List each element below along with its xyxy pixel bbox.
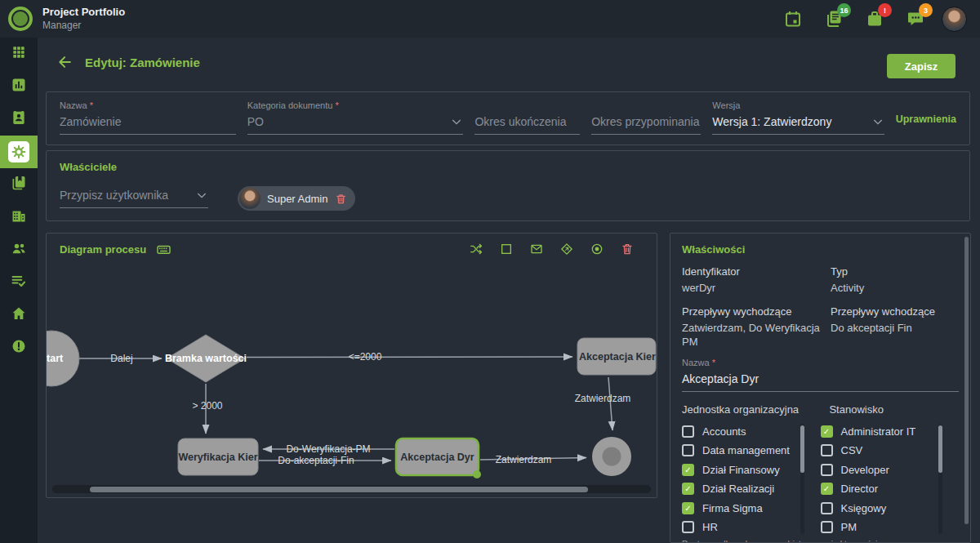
properties-scrollbar[interactable] — [964, 237, 969, 524]
edge-lte2000[interactable] — [247, 357, 572, 358]
back-arrow-icon[interactable] — [57, 54, 74, 70]
header-actions: 16!3 — [783, 9, 925, 29]
chevron-down-icon[interactable] — [450, 115, 463, 128]
name-value[interactable]: Zamówienie — [60, 115, 236, 135]
task-akceptacja-dyr-label: Akceptacja Dyr — [400, 452, 474, 463]
checkbox-unchecked[interactable] — [821, 502, 833, 514]
checkbox-checked[interactable]: ✓ — [821, 483, 833, 495]
org-unit-scrollbar[interactable] — [800, 424, 804, 534]
process-diagram-panel: Diagram procesu Start Bramka wartości Ak… — [46, 233, 657, 498]
save-button[interactable]: Zapisz — [887, 54, 956, 78]
selection-handle[interactable] — [473, 470, 481, 478]
sidebar-item-reports[interactable] — [0, 70, 38, 103]
position-option[interactable]: ✓Administrator IT — [821, 422, 944, 442]
checkbox-unchecked[interactable] — [821, 521, 833, 533]
position-option-label: Księgowy — [841, 502, 887, 514]
category-field[interactable]: Kategoria dokumentu * PO — [247, 100, 464, 135]
sidebar-item-apps[interactable] — [0, 38, 38, 70]
org-units-list: AccountsData management✓Dział Finansowy✓… — [682, 422, 805, 536]
version-select[interactable]: Wersja 1: Zatwierdzony — [712, 115, 884, 135]
alert-icon — [11, 338, 27, 358]
org-unit-option[interactable]: Accounts — [682, 422, 805, 442]
sidebar-item-settings[interactable] — [0, 136, 38, 168]
toolbar-envelope-icon[interactable] — [530, 243, 543, 256]
owner-avatar — [239, 188, 261, 209]
documents-icon[interactable]: 16 — [824, 9, 844, 29]
bpmn-canvas[interactable]: Start Bramka wartości Akceptacja Kier We… — [47, 234, 657, 498]
document-form-panel: Nazwa * Zamówienie Kategoria dokumentu *… — [46, 91, 970, 145]
user-avatar[interactable] — [942, 7, 967, 32]
org-unit-option[interactable]: ✓Dział Realizacji — [682, 479, 805, 499]
permissions-link[interactable]: Uprawnienia — [896, 113, 956, 135]
checkbox-unchecked[interactable] — [682, 521, 694, 533]
checkbox-checked[interactable]: ✓ — [682, 483, 694, 495]
checkbox-unchecked[interactable] — [682, 425, 694, 438]
owner-name: Super Admin — [267, 193, 327, 205]
checkbox-unchecked[interactable] — [821, 444, 833, 456]
app-logo — [8, 7, 33, 31]
checkbox-unchecked[interactable] — [682, 444, 694, 456]
edge-label-do-weryfikacja: Do-Weryfikacja-PM — [286, 443, 370, 455]
reminder-period-input[interactable]: Okres przypominania — [591, 115, 701, 135]
category-select[interactable]: PO — [247, 115, 464, 135]
sidebar-item-contacts[interactable] — [0, 103, 38, 136]
org-unit-option[interactable]: ✓Dział Finansowy — [682, 461, 805, 480]
position-option[interactable]: PM — [821, 518, 944, 536]
diagram-toolbar — [470, 243, 634, 256]
org-unit-option[interactable]: ✓Firma Sigma — [682, 499, 805, 519]
name-label: Nazwa * — [60, 100, 236, 110]
building-icon — [11, 207, 27, 227]
sidebar-item-company[interactable] — [0, 201, 38, 234]
version-field[interactable]: Wersja Wersja 1: Zatwierdzony — [712, 100, 884, 135]
category-label: Kategoria dokumentu * — [247, 100, 464, 110]
position-option[interactable]: ✓Director — [821, 479, 944, 499]
checkbox-unchecked[interactable] — [821, 464, 833, 476]
home-icon — [11, 305, 27, 325]
chevron-down-icon[interactable] — [871, 115, 884, 128]
calendar-icon[interactable] — [783, 9, 803, 29]
node-name-input[interactable]: Akceptacja Dyr — [682, 372, 959, 392]
position-option[interactable]: CSV — [821, 441, 944, 461]
book-icon — [11, 175, 27, 194]
node-name-field[interactable]: Nazwa * Akceptacja Dyr — [682, 358, 959, 392]
position-option-label: Developer — [841, 464, 889, 476]
app-title-line1: Project Portfolio — [42, 6, 125, 19]
keyboard-icon[interactable] — [156, 242, 172, 257]
diagram-horizontal-scrollbar[interactable] — [52, 485, 651, 493]
org-unit-option[interactable]: Data management — [682, 441, 805, 461]
sidebar-item-alerts[interactable] — [0, 332, 38, 364]
completion-period-field[interactable]: Okres ukończenia — [474, 115, 580, 135]
checkbox-checked[interactable]: ✓ — [821, 425, 833, 438]
toolbar-end-event-icon[interactable] — [590, 243, 604, 256]
position-option[interactable]: Developer — [821, 461, 944, 480]
toolbar-gateway-icon[interactable] — [560, 243, 573, 256]
reminder-period-field[interactable]: Okres przypominania — [591, 115, 701, 135]
remove-owner-trash-icon[interactable] — [335, 193, 347, 205]
checkbox-checked[interactable]: ✓ — [682, 502, 694, 514]
name-field[interactable]: Nazwa * Zamówienie — [60, 100, 236, 135]
scrollbar-thumb[interactable] — [90, 487, 588, 492]
sidebar-item-home[interactable] — [0, 299, 38, 332]
toolbar-square-icon[interactable] — [500, 243, 513, 256]
edge-label-dalej: Dalej — [110, 353, 132, 364]
chevron-down-icon[interactable] — [195, 189, 208, 202]
toolbar-trash-icon[interactable] — [621, 243, 634, 256]
positions-list: ✓Administrator ITCSVDeveloper✓DirectorKs… — [821, 422, 944, 536]
sidebar-item-tasks[interactable] — [0, 266, 38, 299]
owners-heading: Właściciele — [60, 161, 956, 173]
checkbox-checked[interactable]: ✓ — [682, 464, 694, 476]
org-unit-option[interactable]: HR — [682, 518, 805, 536]
users-icon — [11, 240, 27, 260]
assign-user-select[interactable]: Przypisz użytkownika — [60, 189, 208, 208]
position-scrollbar[interactable] — [938, 424, 942, 534]
sidebar-item-documents[interactable] — [0, 168, 38, 201]
sidebar-item-users[interactable] — [0, 234, 38, 266]
chat-icon[interactable]: 3 — [906, 9, 925, 29]
owners-panel: Właściciele Przypisz użytkownika Super A… — [46, 150, 970, 221]
org-unit-option-label: HR — [702, 521, 718, 533]
completion-period-input[interactable]: Okres ukończenia — [474, 115, 580, 135]
briefcase-icon[interactable]: ! — [865, 9, 884, 29]
toolbar-shuffle-icon[interactable] — [470, 243, 483, 256]
apps-grid-icon — [11, 44, 27, 64]
position-option[interactable]: Księgowy — [821, 499, 944, 519]
